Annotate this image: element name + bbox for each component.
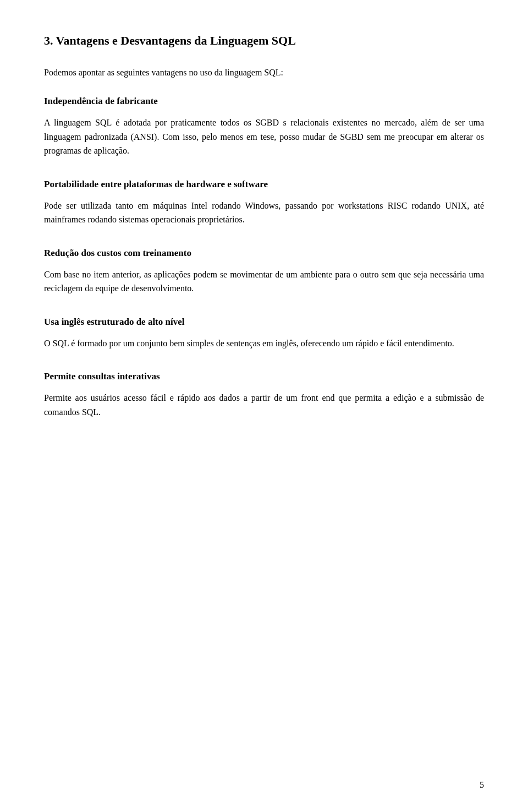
section-0: Independência de fabricante A linguagem …: [44, 95, 484, 158]
section-1: Portabilidade entre plataformas de hardw…: [44, 178, 484, 227]
page: 3. Vantagens e Desvantagens da Linguagem…: [0, 0, 528, 812]
section-4: Permite consultas interativas Permite ao…: [44, 370, 484, 419]
section-3-heading: Usa inglês estruturado de alto nível: [44, 315, 484, 329]
section-4-paragraph: Permite aos usuários acesso fácil e rápi…: [44, 391, 484, 419]
section-2: Redução dos custos com treinamento Com b…: [44, 247, 484, 296]
page-title: 3. Vantagens e Desvantagens da Linguagem…: [44, 33, 484, 49]
section-3: Usa inglês estruturado de alto nível O S…: [44, 315, 484, 350]
section-2-heading: Redução dos custos com treinamento: [44, 247, 484, 260]
intro-paragraph: Podemos apontar as seguintes vantagens n…: [44, 66, 484, 80]
section-1-paragraph: Pode ser utilizada tanto em máquinas Int…: [44, 199, 484, 227]
section-0-paragraph: A linguagem SQL é adotada por praticamen…: [44, 116, 484, 158]
section-1-heading: Portabilidade entre plataformas de hardw…: [44, 178, 484, 191]
page-number: 5: [480, 780, 484, 790]
section-0-heading: Independência de fabricante: [44, 95, 484, 108]
section-4-heading: Permite consultas interativas: [44, 370, 484, 383]
section-2-paragraph: Com base no item anterior, as aplicações…: [44, 268, 484, 296]
section-3-paragraph: O SQL é formado por um conjunto bem simp…: [44, 336, 484, 351]
